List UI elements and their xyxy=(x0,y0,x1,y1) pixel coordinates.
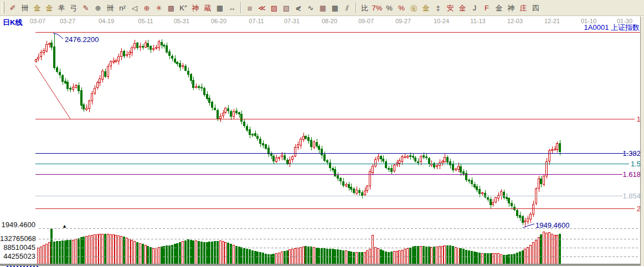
date-tick: 10-24 xyxy=(434,18,449,24)
period-label: 日K线 xyxy=(3,18,22,28)
low-annotation: 1949.4600 xyxy=(535,221,569,229)
level-label-1.854: 1.854 xyxy=(622,192,641,200)
high-annotation: 2476.2200 xyxy=(65,35,99,44)
volume-axis-label: 88510045 xyxy=(0,243,35,252)
chart-area[interactable]: 03-0703-2704-1905-1105-3106-2007-1107-31… xyxy=(0,0,644,267)
date-tick: 09-27 xyxy=(395,18,411,24)
bottom-divider xyxy=(0,264,644,266)
date-axis: 03-0703-2704-1905-1105-3106-2007-1107-31… xyxy=(0,17,644,25)
date-tick: 09-07 xyxy=(358,18,374,24)
date-tick: 03-07 xyxy=(30,18,45,24)
date-tick: 03-27 xyxy=(60,18,75,24)
level-label-1.5: 1.5 xyxy=(631,160,641,168)
date-tick: 05-11 xyxy=(138,18,153,24)
date-tick: 12-03 xyxy=(507,18,523,24)
symbol-label: 1A0001 上证指数 xyxy=(584,23,640,33)
date-tick: 04-19 xyxy=(99,18,114,24)
level-label-1.618: 1.618 xyxy=(622,170,641,179)
price-axis-label: 1949.4600 xyxy=(0,221,35,229)
date-tick: 05-31 xyxy=(174,18,189,24)
level-label-1.382: 1.382 xyxy=(622,149,641,158)
date-tick: 07-31 xyxy=(284,18,300,24)
app-window: ✐卌金金芈弓✎⊕卌n²◁⊕✳▩K″神蔵▦↔⧈≪▨▧⋞∿▦▦⫽比7%%%㊎金‡安金… xyxy=(0,0,644,267)
date-tick: 06-20 xyxy=(211,18,226,24)
date-tick: 11-13 xyxy=(470,18,485,24)
date-tick: 08-20 xyxy=(322,18,337,24)
date-tick: 12-21 xyxy=(544,18,560,24)
triangle-marker: ▲ xyxy=(62,224,67,229)
right-frame xyxy=(640,17,644,266)
date-tick: 07-11 xyxy=(249,18,264,24)
volume-axis-label: 132765068 xyxy=(0,234,35,243)
volume-axis-label: 44255023 xyxy=(0,252,35,260)
